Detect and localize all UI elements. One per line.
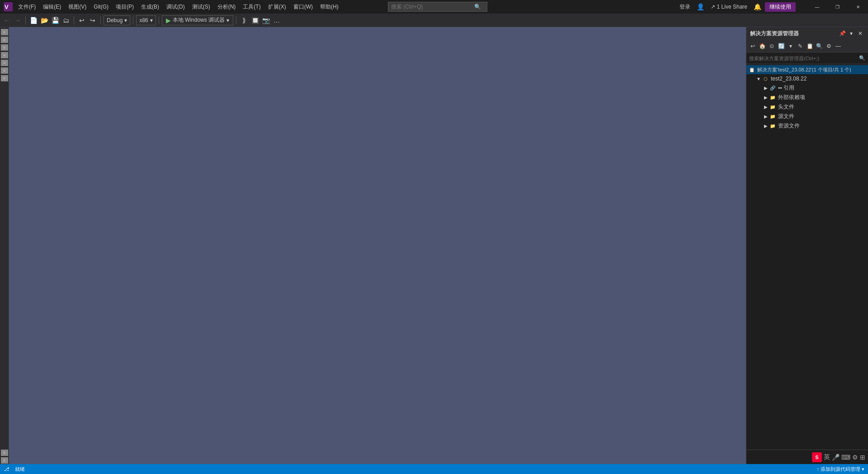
panel-tb-6[interactable]: 📋 <box>805 42 814 51</box>
sidebar-icon-3[interactable]: ≡ <box>1 44 8 51</box>
sidebar-icon-4[interactable]: ≡ <box>1 52 8 58</box>
panel-pin-btn[interactable]: 📌 <box>838 29 846 38</box>
menu-view[interactable]: 视图(V) <box>65 1 90 13</box>
profile-button[interactable]: 继续使用 <box>765 2 796 12</box>
notification-icon[interactable]: 🔔 <box>754 3 761 10</box>
solution-root-item[interactable]: 📋 解决方案'test2_23.08.22'(1 个项目/共 1 个) <box>746 65 868 74</box>
minimize-button[interactable]: — <box>807 0 827 14</box>
toolbar-undo-btn[interactable]: ↩ <box>77 15 87 25</box>
status-git-icon[interactable]: ⎇ <box>4 466 9 472</box>
references-item[interactable]: ▶ 🔗 ▪▪ 引用 <box>746 83 868 93</box>
title-bar-right: 登录 👤 ↗ 1 Live Share 🔔 继续使用 <box>677 2 796 12</box>
toolbar-more-btn[interactable]: … <box>272 15 282 25</box>
debug-config-dropdown[interactable]: Debug ▾ <box>104 15 130 25</box>
menu-test[interactable]: 测试(S) <box>189 1 214 13</box>
global-search-box[interactable]: 🔍 <box>388 2 487 12</box>
solution-tree: 📋 解决方案'test2_23.08.22'(1 个项目/共 1 个) ▼ ⬡ … <box>746 64 868 450</box>
toolbar-extra-1[interactable]: ⟫ <box>239 15 249 25</box>
menu-tools[interactable]: 工具(T) <box>239 1 264 13</box>
debug-config-label: Debug <box>107 17 123 24</box>
panel-tb-1[interactable]: ↩ <box>748 42 757 51</box>
menu-edit[interactable]: 编辑(E) <box>39 1 65 13</box>
panel-search-icon: 🔍 <box>859 55 865 61</box>
panel-search-input[interactable] <box>749 56 859 61</box>
sogou-grid-icon[interactable]: ⊞ <box>860 454 865 461</box>
panel-tb-collapse[interactable]: — <box>834 42 843 51</box>
platform-dropdown[interactable]: x86 ▾ <box>136 15 156 25</box>
add-source-label: ↑ 添加到源代码管理 ▾ <box>816 466 864 473</box>
sidebar-icon-6[interactable]: ≡ <box>1 67 8 74</box>
menu-help[interactable]: 帮助(H) <box>316 1 342 13</box>
source-files-item[interactable]: ▶ 📁 源文件 <box>746 112 868 121</box>
header-expand-arrow[interactable]: ▶ <box>763 104 769 109</box>
resource-expand-arrow[interactable]: ▶ <box>763 123 769 128</box>
panel-close-btn[interactable]: ✕ <box>856 29 864 38</box>
restore-button[interactable]: ❐ <box>827 0 848 14</box>
sogou-text-icon[interactable]: 英 <box>824 453 830 461</box>
toolbar-save-btn[interactable]: 💾 <box>50 15 60 25</box>
ext-deps-item[interactable]: ▶ 📁 外部依赖项 <box>746 93 868 102</box>
panel-tb-4[interactable]: 🔄 <box>777 42 786 51</box>
sidebar-icon-5[interactable]: ≡ <box>1 60 8 66</box>
toolbar-forward-btn[interactable]: → <box>13 15 23 25</box>
panel-tb-3[interactable]: ⊙ <box>767 42 776 51</box>
toolbar-open-btn[interactable]: 📂 <box>39 15 49 25</box>
sogou-logo[interactable]: S <box>812 452 822 462</box>
run-dropdown-arrow: ▾ <box>226 17 229 24</box>
toolbar-extra-2[interactable]: 🔲 <box>250 15 260 25</box>
resource-files-item[interactable]: ▶ 📁 资源文件 <box>746 121 868 131</box>
source-files-label: 源文件 <box>778 113 794 120</box>
ext-expand-arrow[interactable]: ▶ <box>763 95 769 100</box>
menu-build[interactable]: 生成(B) <box>137 1 163 13</box>
project-icon: ⬡ <box>762 75 769 82</box>
live-share-label: 1 Live Share <box>717 4 747 10</box>
toolbar-snap-btn[interactable]: 📷 <box>261 15 271 25</box>
panel-title-buttons: 📌 ▾ ✕ <box>838 29 864 38</box>
menu-analyze[interactable]: 分析(N) <box>214 1 240 13</box>
project-collapse-arrow[interactable]: ▼ <box>755 76 762 81</box>
status-add-source[interactable]: ↑ 添加到源代码管理 ▾ <box>816 466 864 473</box>
solution-icon: 📋 <box>748 66 755 73</box>
ref-expand-arrow[interactable]: ▶ <box>763 85 769 90</box>
panel-toolbar: ↩ 🏠 ⊙ 🔄 ▾ ✎ 📋 🔍 ⚙ — <box>746 40 868 52</box>
global-search-input[interactable] <box>391 4 472 10</box>
toolbar-back-btn[interactable]: ← <box>2 15 12 25</box>
close-button[interactable]: ✕ <box>848 0 868 14</box>
toolbar-new-btn[interactable]: 📄 <box>28 15 38 25</box>
solution-root-label: 解决方案'test2_23.08.22'(1 个项目/共 1 个) <box>757 66 851 73</box>
resource-files-label: 资源文件 <box>778 122 800 130</box>
panel-tb-5[interactable]: ✎ <box>796 42 805 51</box>
panel-menu-btn[interactable]: ▾ <box>847 29 855 38</box>
menu-window[interactable]: 窗口(W) <box>290 1 316 13</box>
sidebar-icon-7[interactable]: ≡ <box>1 75 8 81</box>
menu-debug[interactable]: 调试(D) <box>163 1 189 13</box>
panel-tb-2[interactable]: 🏠 <box>758 42 767 51</box>
sogou-mic-icon[interactable]: 🎤 <box>832 454 840 461</box>
run-button[interactable]: ▶ 本地 Windows 调试器 ▾ <box>162 15 233 25</box>
toolbar-redo-btn[interactable]: ↪ <box>88 15 98 25</box>
menu-extensions[interactable]: 扩展(X) <box>264 1 290 13</box>
panel-search-bar[interactable]: 🔍 <box>746 52 868 64</box>
menu-file[interactable]: 文件(F) <box>14 1 39 13</box>
live-share-button[interactable]: ↗ 1 Live Share <box>708 3 750 11</box>
user-icon: 👤 <box>697 3 704 10</box>
menu-project[interactable]: 项目(P) <box>112 1 137 13</box>
login-button[interactable]: 登录 <box>677 2 693 12</box>
panel-tb-8[interactable]: ⚙ <box>824 42 833 51</box>
sidebar-icon-2[interactable]: ≡ <box>1 37 8 43</box>
project-item[interactable]: ▼ ⬡ test2_23.08.22 <box>746 74 868 83</box>
main-toolbar: ← → 📄 📂 💾 🗂 ↩ ↪ Debug ▾ x86 ▾ ▶ 本地 Windo… <box>0 14 868 27</box>
sidebar-icon-9[interactable]: ≡ <box>1 457 8 464</box>
sogou-keyboard-icon[interactable]: ⌨ <box>841 454 850 461</box>
source-expand-arrow[interactable]: ▶ <box>763 114 769 119</box>
sidebar-icon-8[interactable]: ≡ <box>1 450 8 456</box>
sogou-settings-icon[interactable]: ⚙ <box>852 454 858 461</box>
header-files-item[interactable]: ▶ 📁 头文件 <box>746 102 868 112</box>
ext-deps-label: 外部依赖项 <box>778 94 805 101</box>
svg-text:V: V <box>5 4 9 10</box>
panel-tb-dropdown[interactable]: ▾ <box>786 42 795 51</box>
menu-git[interactable]: Git(G) <box>90 2 112 12</box>
sidebar-icon-1[interactable]: ≡ <box>1 29 8 35</box>
panel-tb-7[interactable]: 🔍 <box>815 42 824 51</box>
toolbar-save-all-btn[interactable]: 🗂 <box>61 15 71 25</box>
